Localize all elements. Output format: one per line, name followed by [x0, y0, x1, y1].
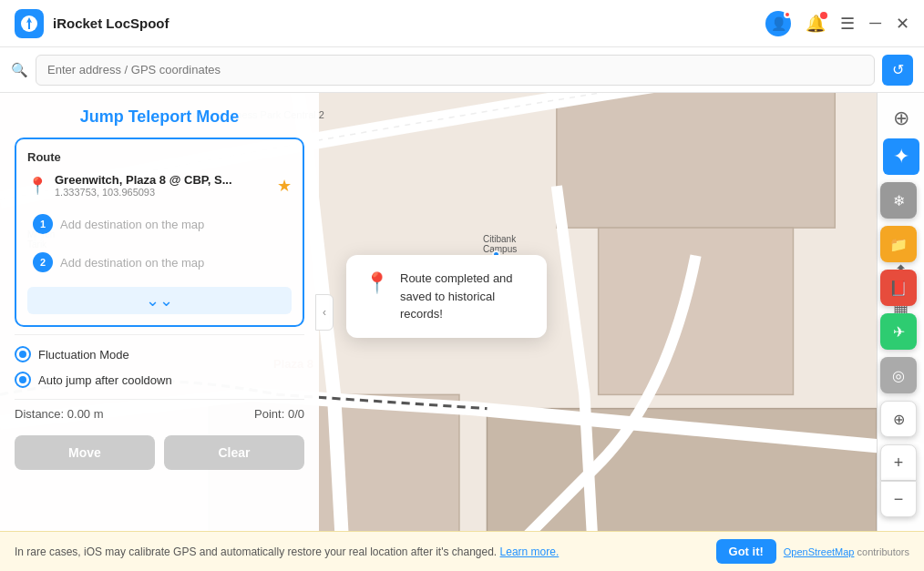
bottom-message-text: In rare cases, iOS may calibrate GPS and…: [15, 546, 497, 558]
bottom-message: In rare cases, iOS may calibrate GPS and…: [15, 546, 709, 558]
origin-text: Greenwitch, Plaza 8 @ CBP, S... 1.333753…: [55, 173, 270, 198]
folder-button[interactable]: 📁: [880, 226, 917, 262]
stats-section: Distance: 0.00 m Point: 0/0: [0, 400, 319, 428]
zoom-out-button[interactable]: −: [880, 481, 917, 517]
auto-jump-label: Auto jump after cooldown: [38, 373, 172, 387]
options-section: Fluctuation Mode Auto jump after cooldow…: [0, 335, 319, 399]
app-title: iRocket LocSpoof: [53, 15, 765, 31]
panel-mode-title: Jump Teleport Mode: [15, 107, 304, 127]
move-button[interactable]: Move: [15, 435, 155, 470]
flight-button[interactable]: ✈: [880, 313, 917, 350]
route-saved-popup: 📍 Route completed and saved to historica…: [346, 255, 547, 338]
panel-mode-section: Jump Teleport Mode Route 📍 Greenwitch, P…: [0, 93, 319, 334]
destination-2[interactable]: 2 Add destination on the map: [27, 245, 292, 280]
move-mode-button[interactable]: ✦: [883, 138, 919, 175]
route-origin: 📍 Greenwitch, Plaza 8 @ CBP, S... 1.3337…: [27, 173, 292, 198]
fluctuation-mode-option[interactable]: Fluctuation Mode: [15, 346, 304, 362]
clear-button[interactable]: Clear: [164, 435, 304, 470]
bottom-bar: In rare cases, iOS may calibrate GPS and…: [0, 531, 924, 571]
osm-credit: OpenStreetMap contributors: [784, 546, 909, 557]
auto-jump-option[interactable]: Auto jump after cooldown: [15, 372, 304, 388]
book-button[interactable]: 📕: [880, 270, 917, 306]
left-panel: Jump Teleport Mode Route 📍 Greenwitch, P…: [0, 93, 319, 531]
search-bar: 🔍 ↺: [0, 47, 924, 93]
toggle-button[interactable]: ◎: [880, 357, 917, 393]
avatar-notification-dot: [784, 11, 791, 18]
user-avatar[interactable]: 👤: [765, 11, 791, 36]
svg-rect-3: [599, 228, 794, 394]
favorite-star-icon[interactable]: ★: [277, 176, 292, 196]
search-input[interactable]: [36, 55, 875, 86]
freeze-button[interactable]: ❄: [880, 182, 917, 219]
origin-name: Greenwitch, Plaza 8 @ CBP, S...: [55, 173, 270, 187]
title-bar: iRocket LocSpoof 👤 🔔 ☰ ─ ✕: [0, 0, 924, 47]
action-buttons: Move Clear: [0, 428, 319, 477]
dest-1-text: Add destination on the map: [60, 218, 204, 231]
search-icon: 🔍: [11, 62, 28, 78]
zoom-location-button[interactable]: ⊕: [880, 401, 917, 437]
minimize-button[interactable]: ─: [869, 14, 881, 33]
dest-2-text: Add destination on the map: [60, 256, 204, 270]
collapse-panel-button[interactable]: ‹: [315, 294, 334, 331]
zoom-in-button[interactable]: +: [880, 444, 917, 481]
destination-1[interactable]: 1 Add destination on the map: [27, 207, 292, 241]
learn-more-link[interactable]: Learn more.: [500, 546, 560, 558]
route-label: Route: [27, 150, 292, 164]
osm-link[interactable]: OpenStreetMap: [784, 546, 855, 557]
svg-rect-2: [557, 93, 835, 228]
fluctuation-radio[interactable]: [15, 346, 31, 362]
auto-jump-radio[interactable]: [15, 372, 31, 388]
auto-jump-radio-inner: [19, 376, 26, 383]
collapse-destinations-button[interactable]: ⌄⌄: [27, 287, 292, 314]
app-logo: [15, 9, 44, 38]
right-tools: ❄ 📁 📕 ✈ ◎ ⊕ + −: [880, 182, 917, 517]
chevron-down-icon: ⌄⌄: [146, 291, 173, 311]
origin-coords: 1.333753, 103.965093: [55, 187, 270, 198]
origin-location-icon: 📍: [27, 176, 47, 196]
notification-button[interactable]: 🔔: [806, 14, 826, 34]
route-box: Route 📍 Greenwitch, Plaza 8 @ CBP, S... …: [15, 138, 304, 327]
crosshair-mode-button[interactable]: ⊕: [883, 100, 919, 137]
fluctuation-mode-label: Fluctuation Mode: [38, 348, 129, 362]
fluctuation-radio-inner: [19, 351, 26, 358]
point-stat: Point: 0/0: [254, 407, 304, 421]
title-controls: 👤 🔔 ☰ ─ ✕: [765, 11, 909, 36]
close-button[interactable]: ✕: [896, 14, 909, 34]
menu-button[interactable]: ☰: [840, 14, 855, 34]
dest-1-num: 1: [33, 214, 53, 234]
got-it-button[interactable]: Got it!: [716, 539, 776, 564]
dest-2-num: 2: [33, 252, 53, 272]
refresh-location-button[interactable]: ↺: [882, 55, 913, 86]
distance-stat: Distance: 0.00 m: [15, 407, 104, 421]
popup-icon: 📍: [364, 271, 389, 295]
popup-text: Route completed and saved to historical …: [400, 270, 529, 323]
